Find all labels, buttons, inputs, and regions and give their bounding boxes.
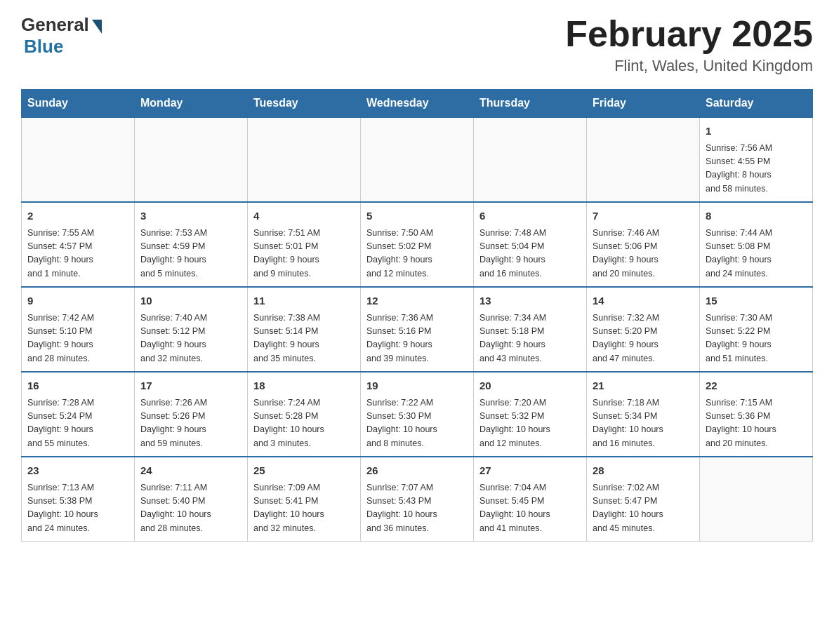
weekday-header-friday: Friday — [587, 90, 700, 118]
calendar-cell: 13Sunrise: 7:34 AMSunset: 5:18 PMDayligh… — [474, 287, 587, 372]
calendar-cell: 16Sunrise: 7:28 AMSunset: 5:24 PMDayligh… — [22, 372, 135, 457]
day-number: 1 — [706, 123, 807, 140]
day-info: Sunrise: 7:22 AMSunset: 5:30 PMDaylight:… — [366, 396, 468, 451]
day-number: 3 — [140, 208, 241, 224]
day-number: 20 — [479, 378, 581, 394]
calendar-cell: 26Sunrise: 7:07 AMSunset: 5:43 PMDayligh… — [361, 457, 474, 542]
calendar-cell — [700, 457, 813, 542]
calendar-week-row: 9Sunrise: 7:42 AMSunset: 5:10 PMDaylight… — [22, 287, 813, 372]
calendar-cell: 12Sunrise: 7:36 AMSunset: 5:16 PMDayligh… — [361, 287, 474, 372]
calendar-cell: 14Sunrise: 7:32 AMSunset: 5:20 PMDayligh… — [587, 287, 700, 372]
day-info: Sunrise: 7:42 AMSunset: 5:10 PMDaylight:… — [27, 311, 128, 366]
calendar-week-row: 16Sunrise: 7:28 AMSunset: 5:24 PMDayligh… — [22, 372, 813, 457]
day-info: Sunrise: 7:09 AMSunset: 5:41 PMDaylight:… — [253, 481, 355, 536]
logo: General Blue — [21, 14, 102, 58]
day-info: Sunrise: 7:07 AMSunset: 5:43 PMDaylight:… — [366, 481, 468, 536]
calendar-week-row: 23Sunrise: 7:13 AMSunset: 5:38 PMDayligh… — [22, 457, 813, 542]
calendar-cell: 21Sunrise: 7:18 AMSunset: 5:34 PMDayligh… — [587, 372, 700, 457]
day-number: 28 — [593, 463, 694, 479]
day-number: 19 — [366, 378, 468, 394]
calendar-table: SundayMondayTuesdayWednesdayThursdayFrid… — [21, 89, 813, 542]
calendar-cell: 15Sunrise: 7:30 AMSunset: 5:22 PMDayligh… — [700, 287, 813, 372]
day-number: 13 — [479, 293, 581, 309]
day-info: Sunrise: 7:46 AMSunset: 5:06 PMDaylight:… — [593, 227, 694, 281]
logo-blue-text: Blue — [24, 36, 63, 58]
calendar-cell — [135, 117, 248, 202]
day-number: 24 — [140, 463, 241, 479]
calendar-cell: 8Sunrise: 7:44 AMSunset: 5:08 PMDaylight… — [700, 202, 813, 287]
day-info: Sunrise: 7:24 AMSunset: 5:28 PMDaylight:… — [253, 396, 355, 451]
day-number: 15 — [706, 293, 807, 309]
day-number: 12 — [366, 293, 468, 309]
day-number: 11 — [253, 293, 355, 309]
calendar-cell: 9Sunrise: 7:42 AMSunset: 5:10 PMDaylight… — [22, 287, 135, 372]
day-info: Sunrise: 7:38 AMSunset: 5:14 PMDaylight:… — [253, 311, 355, 366]
day-info: Sunrise: 7:48 AMSunset: 5:04 PMDaylight:… — [479, 227, 581, 281]
day-info: Sunrise: 7:32 AMSunset: 5:20 PMDaylight:… — [593, 311, 694, 366]
weekday-header-sunday: Sunday — [22, 90, 135, 118]
day-number: 7 — [593, 208, 694, 224]
calendar-cell: 18Sunrise: 7:24 AMSunset: 5:28 PMDayligh… — [248, 372, 361, 457]
day-number: 16 — [27, 378, 128, 394]
month-title: February 2025 — [565, 14, 813, 54]
calendar-cell: 19Sunrise: 7:22 AMSunset: 5:30 PMDayligh… — [361, 372, 474, 457]
day-number: 2 — [27, 208, 128, 224]
weekday-header-saturday: Saturday — [700, 90, 813, 118]
day-number: 17 — [140, 378, 241, 394]
calendar-header-row: SundayMondayTuesdayWednesdayThursdayFrid… — [22, 90, 813, 118]
day-info: Sunrise: 7:18 AMSunset: 5:34 PMDaylight:… — [593, 396, 694, 451]
day-number: 27 — [479, 463, 581, 479]
day-number: 4 — [253, 208, 355, 224]
calendar-cell: 27Sunrise: 7:04 AMSunset: 5:45 PMDayligh… — [474, 457, 587, 542]
calendar-cell: 10Sunrise: 7:40 AMSunset: 5:12 PMDayligh… — [135, 287, 248, 372]
calendar-cell: 4Sunrise: 7:51 AMSunset: 5:01 PMDaylight… — [248, 202, 361, 287]
day-info: Sunrise: 7:20 AMSunset: 5:32 PMDaylight:… — [479, 396, 581, 451]
calendar-cell: 7Sunrise: 7:46 AMSunset: 5:06 PMDaylight… — [587, 202, 700, 287]
calendar-cell: 25Sunrise: 7:09 AMSunset: 5:41 PMDayligh… — [248, 457, 361, 542]
day-number: 9 — [27, 293, 128, 309]
day-info: Sunrise: 7:34 AMSunset: 5:18 PMDaylight:… — [479, 311, 581, 366]
day-number: 21 — [593, 378, 694, 394]
day-info: Sunrise: 7:55 AMSunset: 4:57 PMDaylight:… — [27, 227, 128, 281]
day-info: Sunrise: 7:30 AMSunset: 5:22 PMDaylight:… — [706, 311, 807, 366]
calendar-cell: 23Sunrise: 7:13 AMSunset: 5:38 PMDayligh… — [22, 457, 135, 542]
day-number: 18 — [253, 378, 355, 394]
day-info: Sunrise: 7:44 AMSunset: 5:08 PMDaylight:… — [706, 227, 807, 281]
calendar-cell: 6Sunrise: 7:48 AMSunset: 5:04 PMDaylight… — [474, 202, 587, 287]
day-info: Sunrise: 7:04 AMSunset: 5:45 PMDaylight:… — [479, 481, 581, 536]
calendar-cell — [22, 117, 135, 202]
weekday-header-tuesday: Tuesday — [248, 90, 361, 118]
day-info: Sunrise: 7:02 AMSunset: 5:47 PMDaylight:… — [593, 481, 694, 536]
day-number: 25 — [253, 463, 355, 479]
day-number: 8 — [706, 208, 807, 224]
weekday-header-wednesday: Wednesday — [361, 90, 474, 118]
day-number: 14 — [593, 293, 694, 309]
day-info: Sunrise: 7:56 AMSunset: 4:55 PMDaylight:… — [706, 142, 807, 196]
location-text: Flint, Wales, United Kingdom — [565, 57, 813, 75]
calendar-cell: 2Sunrise: 7:55 AMSunset: 4:57 PMDaylight… — [22, 202, 135, 287]
day-info: Sunrise: 7:53 AMSunset: 4:59 PMDaylight:… — [140, 227, 241, 281]
calendar-cell — [587, 117, 700, 202]
calendar-cell — [474, 117, 587, 202]
calendar-cell — [361, 117, 474, 202]
day-number: 23 — [27, 463, 128, 479]
weekday-header-monday: Monday — [135, 90, 248, 118]
weekday-header-thursday: Thursday — [474, 90, 587, 118]
calendar-cell: 3Sunrise: 7:53 AMSunset: 4:59 PMDaylight… — [135, 202, 248, 287]
calendar-cell: 1Sunrise: 7:56 AMSunset: 4:55 PMDaylight… — [700, 117, 813, 202]
day-info: Sunrise: 7:51 AMSunset: 5:01 PMDaylight:… — [253, 227, 355, 281]
calendar-week-row: 2Sunrise: 7:55 AMSunset: 4:57 PMDaylight… — [22, 202, 813, 287]
day-number: 22 — [706, 378, 807, 394]
calendar-week-row: 1Sunrise: 7:56 AMSunset: 4:55 PMDaylight… — [22, 117, 813, 202]
calendar-cell: 5Sunrise: 7:50 AMSunset: 5:02 PMDaylight… — [361, 202, 474, 287]
day-info: Sunrise: 7:26 AMSunset: 5:26 PMDaylight:… — [140, 396, 241, 451]
day-info: Sunrise: 7:13 AMSunset: 5:38 PMDaylight:… — [27, 481, 128, 536]
day-number: 26 — [366, 463, 468, 479]
calendar-cell: 28Sunrise: 7:02 AMSunset: 5:47 PMDayligh… — [587, 457, 700, 542]
title-block: February 2025 Flint, Wales, United Kingd… — [565, 14, 813, 75]
calendar-cell: 11Sunrise: 7:38 AMSunset: 5:14 PMDayligh… — [248, 287, 361, 372]
day-info: Sunrise: 7:50 AMSunset: 5:02 PMDaylight:… — [366, 227, 468, 281]
calendar-cell — [248, 117, 361, 202]
day-number: 5 — [366, 208, 468, 224]
day-info: Sunrise: 7:28 AMSunset: 5:24 PMDaylight:… — [27, 396, 128, 451]
